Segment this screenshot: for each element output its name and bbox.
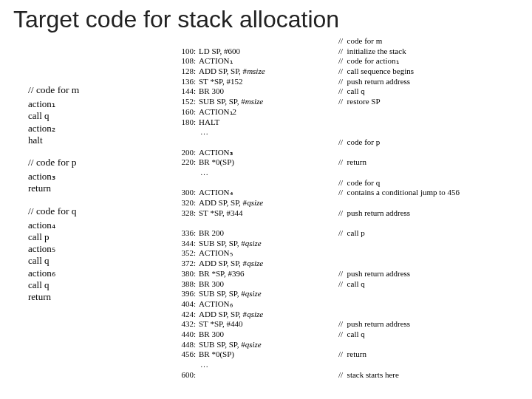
comment-row: // call p xyxy=(338,228,519,239)
block-comment: // code for p xyxy=(28,157,172,168)
address xyxy=(172,178,199,188)
comment-row xyxy=(338,259,519,269)
comment-row: // restore SP xyxy=(338,97,519,107)
line-comment: // stack starts here xyxy=(338,370,399,381)
code-row: 336:BR 200 xyxy=(172,228,338,239)
address: 432: xyxy=(172,319,199,330)
line-comment: // push return address xyxy=(338,77,410,87)
instruction: ADD SP, SP, #qsize xyxy=(199,198,338,208)
comment-row xyxy=(338,299,519,310)
address: 300: xyxy=(172,188,199,198)
ellipsis: … xyxy=(172,127,208,137)
instruction: BR 300 xyxy=(199,279,338,290)
address: 380: xyxy=(172,269,199,279)
instruction: ADD SP, SP, #qsize xyxy=(199,310,338,320)
line-comment: // call sequence begins xyxy=(338,66,414,77)
address: 456: xyxy=(172,349,199,360)
code-row xyxy=(172,137,338,148)
address: 100: xyxy=(172,47,199,57)
instruction: ST *SP, #440 xyxy=(199,319,338,330)
pseudocode-line: action₆ xyxy=(28,267,172,279)
content-area: // code for maction₁call qaction₂halt// … xyxy=(0,36,532,380)
code-row: … xyxy=(172,127,338,137)
line-comment: // contains a conditional jump to 456 xyxy=(338,188,460,198)
comment-row: // stack starts here xyxy=(338,370,519,381)
pseudocode-line: halt xyxy=(28,134,172,146)
code-row: … xyxy=(172,168,338,178)
comment-row: // return xyxy=(338,349,519,360)
code-row: … xyxy=(172,360,338,370)
pseudocode-line: call q xyxy=(28,255,172,267)
address: 396: xyxy=(172,289,199,299)
code-row: 136:ST *SP, #152 xyxy=(172,77,338,87)
comment-row: // push return address xyxy=(338,208,519,219)
comment-row: // code for p xyxy=(338,137,519,148)
comment-row xyxy=(338,340,519,350)
address: 336: xyxy=(172,228,199,239)
pseudocode-block: // code for maction₁call qaction₂halt xyxy=(28,84,172,146)
comment-row xyxy=(338,310,519,320)
instruction: HALT xyxy=(199,117,338,128)
line-comment: // push return address xyxy=(338,269,410,279)
instruction-column: 100:LD SP, #600108:ACTION₁128:ADD SP, SP… xyxy=(172,36,338,380)
address: 344: xyxy=(172,239,199,249)
code-row: 388:BR 300 xyxy=(172,279,338,290)
code-row: 180:HALT xyxy=(172,117,338,128)
comment-row: // initialize the stack xyxy=(338,47,519,57)
line-comment: // call p xyxy=(338,228,365,239)
code-row: 320:ADD SP, SP, #qsize xyxy=(172,198,338,208)
address: 180: xyxy=(172,117,199,128)
address: 136: xyxy=(172,77,199,87)
address: 328: xyxy=(172,208,199,219)
code-row: 100:LD SP, #600 xyxy=(172,47,338,57)
block-comment: // code for m xyxy=(28,84,172,96)
instruction: ACTION₁2 xyxy=(199,107,338,117)
pseudocode-line: call q xyxy=(28,110,172,122)
address xyxy=(172,36,199,47)
comment-row: // return xyxy=(338,157,519,168)
instruction: ACTION₁ xyxy=(199,56,338,66)
instruction: BR 300 xyxy=(199,330,338,340)
address xyxy=(172,137,199,148)
comment-row: // call sequence begins xyxy=(338,66,519,77)
code-row xyxy=(172,178,338,188)
pseudocode-line: return xyxy=(28,291,172,303)
code-row: 160:ACTION₁2 xyxy=(172,107,338,117)
instruction: BR 200 xyxy=(199,228,338,239)
comment-row xyxy=(338,127,519,137)
line-comment: // restore SP xyxy=(338,97,381,107)
code-row: 328:ST *SP, #344 xyxy=(172,208,338,219)
code-row: 300:ACTION₄ xyxy=(172,188,338,198)
pseudocode-line: call p xyxy=(28,231,172,243)
line-comment: // call q xyxy=(338,86,365,97)
instruction: ADD SP, SP, #msize xyxy=(199,66,338,77)
instruction: SUB SP, SP, #qsize xyxy=(199,239,338,249)
instruction: ADD SP, SP, #qsize xyxy=(199,259,338,269)
instruction: SUB SP, SP, #qsize xyxy=(199,340,338,350)
comment-row: // code for m xyxy=(338,36,519,47)
comment-column: // code for m// initialize the stack// c… xyxy=(338,36,519,380)
instruction: ACTION₅ xyxy=(199,248,338,259)
address: 600: xyxy=(172,370,199,381)
comment-row xyxy=(338,248,519,259)
instruction: ST *SP, #152 xyxy=(199,77,338,87)
instruction: BR *SP, #396 xyxy=(199,269,338,279)
address: 160: xyxy=(172,107,199,117)
code-row: 372:ADD SP, SP, #qsize xyxy=(172,259,338,269)
address: 440: xyxy=(172,330,199,340)
slide-title: Target code for stack allocation xyxy=(0,0,532,36)
instruction: ACTION₃ xyxy=(199,148,338,158)
ellipsis: … xyxy=(172,168,208,178)
code-row: 128:ADD SP, SP, #msize xyxy=(172,66,338,77)
address: 404: xyxy=(172,299,199,310)
pseudocode-line: action₁ xyxy=(28,98,172,110)
pseudocode-line: action₅ xyxy=(28,243,172,255)
comment-row: // code for action₁ xyxy=(338,56,519,66)
code-row: 152:SUB SP, SP, #msize xyxy=(172,97,338,107)
comment-row xyxy=(338,168,519,178)
line-comment: // code for p xyxy=(338,137,380,148)
instruction: BR 300 xyxy=(199,86,338,97)
address: 108: xyxy=(172,56,199,66)
comment-row xyxy=(338,107,519,117)
instruction: ACTION₆ xyxy=(199,299,338,310)
